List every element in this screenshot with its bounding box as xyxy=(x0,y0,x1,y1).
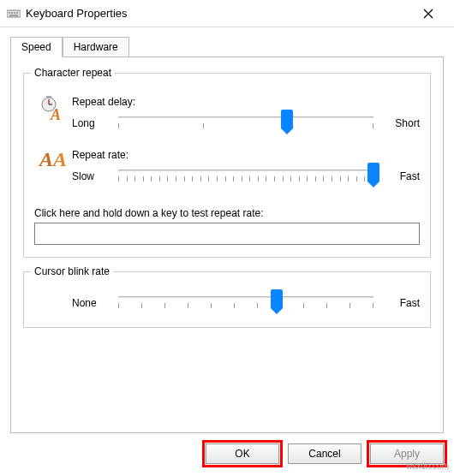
group-legend-cursor-blink: Cursor blink rate xyxy=(31,265,113,277)
repeat-rate-slider[interactable] xyxy=(118,164,373,188)
title-bar: Keyboard Properties xyxy=(0,0,454,27)
svg-text:A: A xyxy=(50,106,61,122)
repeat-delay-long-label: Long xyxy=(72,117,110,129)
svg-rect-9 xyxy=(46,96,51,98)
repeat-delay-short-label: Short xyxy=(382,117,420,129)
ok-button[interactable]: OK xyxy=(206,443,279,464)
cursor-blink-fast-label: Fast xyxy=(382,297,420,309)
group-legend-char-repeat: Character repeat xyxy=(31,67,115,79)
aa-icon: AA xyxy=(34,149,72,170)
tab-strip: Speed Hardware xyxy=(10,37,444,57)
repeat-delay-slider[interactable] xyxy=(118,111,373,135)
repeat-rate-label: Repeat rate: xyxy=(72,149,420,161)
keyboard-icon xyxy=(7,9,21,19)
repeat-rate-slow-label: Slow xyxy=(72,170,110,182)
window-title: Keyboard Properties xyxy=(26,7,128,20)
close-button[interactable] xyxy=(409,1,447,27)
test-repeat-label: Click here and hold down a key to test r… xyxy=(34,207,420,219)
clock-a-icon: A xyxy=(34,96,72,122)
tab-speed[interactable]: Speed xyxy=(10,37,63,57)
cancel-button[interactable]: Cancel xyxy=(288,443,361,464)
repeat-delay-label: Repeat delay: xyxy=(72,96,420,108)
tab-panel-speed: Character repeat A Repeat delay: Long xyxy=(10,57,444,433)
row-repeat-rate: AA Repeat rate: Slow Fast xyxy=(34,149,420,188)
row-repeat-delay: A Repeat delay: Long Short xyxy=(34,96,420,135)
row-cursor-blink: None Fast xyxy=(34,291,420,315)
test-repeat-input[interactable] xyxy=(34,223,420,245)
group-character-repeat: Character repeat A Repeat delay: Long xyxy=(23,73,431,258)
dialog-buttons: OK Cancel Apply xyxy=(0,443,454,473)
tab-hardware[interactable]: Hardware xyxy=(63,37,129,57)
watermark: wsxdn.com xyxy=(406,461,449,471)
cursor-blink-none-label: None xyxy=(72,297,110,309)
svg-rect-0 xyxy=(7,10,21,17)
cursor-blink-slider[interactable] xyxy=(118,291,373,315)
repeat-rate-fast-label: Fast xyxy=(382,170,420,182)
group-cursor-blink: Cursor blink rate None Fast xyxy=(23,271,431,328)
